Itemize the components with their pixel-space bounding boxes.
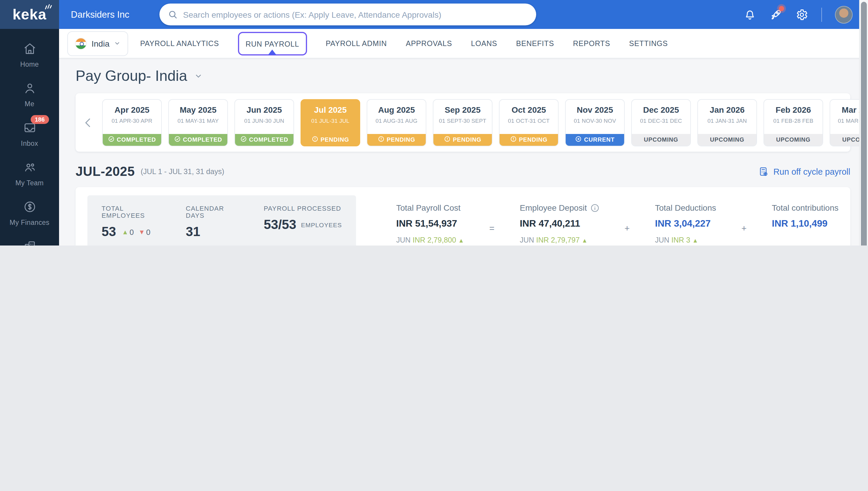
settings-gear-icon[interactable] bbox=[795, 8, 808, 21]
notification-bell-icon[interactable] bbox=[744, 8, 756, 21]
tab-settings[interactable]: SETTINGS bbox=[629, 39, 668, 48]
cost-value: INR 51,54,937 bbox=[396, 219, 464, 229]
cost-label: Total Payroll Cost bbox=[396, 203, 464, 212]
cost-total-contributions: Total contributionsINR 1,10,499 bbox=[772, 203, 838, 229]
month-range: 01 JAN-31 JAN bbox=[698, 117, 756, 124]
team-icon bbox=[23, 160, 36, 176]
month-name: Sep 2025 bbox=[433, 105, 492, 114]
month-name: Aug 2025 bbox=[367, 105, 426, 114]
month-range: 01 APR-30 APR bbox=[103, 117, 161, 124]
tab-approvals[interactable]: APPROVALS bbox=[405, 39, 452, 48]
status-alert-icon bbox=[510, 136, 517, 143]
stat-label: PAYROLL PROCESSED bbox=[264, 205, 342, 212]
sidebar-item-inbox[interactable]: Inbox186 bbox=[0, 114, 59, 153]
page-scrollbar[interactable] bbox=[859, 0, 868, 246]
info-circle-icon bbox=[590, 203, 599, 212]
month-card-feb-2026[interactable]: Feb 202601 FEB-28 FEBUPCOMING bbox=[763, 99, 823, 146]
sidebar-item-label: My Finances bbox=[10, 219, 50, 226]
month-card-jan-2026[interactable]: Jan 202601 JAN-31 JANUPCOMING bbox=[697, 99, 757, 146]
stat-label: CALENDAR DAYS bbox=[186, 205, 231, 219]
payroll-tabbar: India PAYROLL ANALYTICSRUN PAYROLLPAYROL… bbox=[59, 29, 868, 58]
cost-label: Total Deductions bbox=[655, 203, 716, 212]
equation-operator: = bbox=[464, 223, 520, 233]
calculator-icon bbox=[758, 167, 768, 177]
sidebar-item-my-finances[interactable]: My Finances bbox=[0, 193, 59, 233]
scrollbar-thumb[interactable] bbox=[861, 2, 867, 246]
month-range: 01 JUL-31 JUL bbox=[301, 117, 360, 124]
app: keka Darksiders Inc Search employees or … bbox=[0, 0, 868, 246]
status-check-icon bbox=[240, 136, 247, 143]
title-chevron-down-icon[interactable] bbox=[194, 72, 202, 80]
month-card-jul-2025[interactable]: Jul 202501 JUL-31 JULPENDING bbox=[301, 99, 360, 146]
company-name: Darksiders Inc bbox=[71, 9, 129, 20]
month-card-nov-2025[interactable]: Nov 202501 NOV-30 NOVCURRENT bbox=[565, 99, 625, 146]
sidebar-item-org[interactable]: Org bbox=[0, 233, 59, 246]
month-range: 01 JUN-30 JUN bbox=[235, 117, 293, 124]
tab-payroll-admin[interactable]: PAYROLL ADMIN bbox=[326, 39, 387, 48]
stat-value: 53/53EMPLOYEES bbox=[264, 217, 342, 233]
cost-employee-deposit: Employee DepositINR 47,40,211JUN INR 2,7… bbox=[520, 203, 599, 244]
month-status-badge: CURRENT bbox=[566, 134, 624, 145]
month-name: Nov 2025 bbox=[566, 105, 624, 114]
cost-value: INR 3,04,227 bbox=[655, 219, 716, 229]
month-range: 01 AUG-31 AUG bbox=[367, 117, 426, 124]
month-name: May 2025 bbox=[169, 105, 227, 114]
run-off-cycle-payroll-link[interactable]: Run off cycle payroll bbox=[758, 167, 850, 177]
status-arrow-icon bbox=[575, 136, 582, 143]
month-card-jun-2025[interactable]: Jun 202501 JUN-30 JUNCOMPLETED bbox=[234, 99, 294, 146]
sidebar-item-label: My Team bbox=[16, 179, 44, 186]
month-card-oct-2025[interactable]: Oct 202501 OCT-31 OCTPENDING bbox=[499, 99, 559, 146]
tab-payroll-analytics[interactable]: PAYROLL ANALYTICS bbox=[140, 39, 219, 48]
month-status-badge: UPCOMING bbox=[632, 134, 690, 145]
header-actions bbox=[744, 0, 852, 29]
tab-loans[interactable]: LOANS bbox=[471, 39, 497, 48]
whats-new-rocket-icon[interactable] bbox=[769, 8, 782, 21]
sidebar-item-label: Me bbox=[25, 100, 34, 107]
tab-reports[interactable]: REPORTS bbox=[573, 39, 610, 48]
month-status-badge: PENDING bbox=[500, 134, 558, 145]
month-range: 01 NOV-30 NOV bbox=[566, 117, 624, 124]
status-alert-icon bbox=[312, 136, 318, 143]
sidebar-item-label: Home bbox=[20, 60, 39, 67]
month-status-badge: COMPLETED bbox=[103, 134, 161, 145]
month-status-badge: PENDING bbox=[301, 134, 360, 145]
inbox-badge: 186 bbox=[31, 115, 49, 124]
active-tab-indicator[interactable]: RUN PAYROLL bbox=[238, 32, 307, 55]
status-alert-icon bbox=[378, 136, 384, 143]
cost-total-deductions: Total DeductionsINR 3,04,227JUN INR 3 ▲ bbox=[655, 203, 716, 244]
month-status-badge: PENDING bbox=[367, 134, 426, 145]
carousel-prev-icon[interactable] bbox=[82, 116, 94, 129]
equation-operator: + bbox=[599, 223, 655, 233]
month-card-apr-2025[interactable]: Apr 202501 APR-30 APRCOMPLETED bbox=[102, 99, 162, 146]
month-card-dec-2025[interactable]: Dec 202501 DEC-31 DECUPCOMING bbox=[631, 99, 691, 146]
sidebar-item-my-team[interactable]: My Team bbox=[0, 153, 59, 193]
notification-dot bbox=[779, 6, 784, 11]
sidebar-item-me[interactable]: Me bbox=[0, 74, 59, 114]
previous-month-value: JUN INR 2,79,797 ▲ bbox=[520, 236, 599, 244]
sidebar-item-home[interactable]: Home bbox=[0, 35, 59, 74]
status-check-icon bbox=[174, 136, 181, 143]
month-card-aug-2025[interactable]: Aug 202501 AUG-31 AUGPENDING bbox=[367, 99, 426, 146]
month-status-badge: COMPLETED bbox=[169, 134, 227, 145]
month-range: 01 OCT-31 OCT bbox=[500, 117, 558, 124]
month-name: Jun 2025 bbox=[235, 105, 293, 114]
tab-run-payroll[interactable]: RUN PAYROLL bbox=[246, 40, 299, 48]
keka-logo[interactable]: keka bbox=[0, 0, 59, 29]
month-name: Dec 2025 bbox=[632, 105, 690, 114]
tab-benefits[interactable]: BENEFITS bbox=[516, 39, 554, 48]
status-check-icon bbox=[108, 136, 115, 143]
global-search-input[interactable]: Search employees or actions (Ex: Apply L… bbox=[160, 3, 536, 25]
page-title: Pay Group- India bbox=[76, 67, 187, 84]
region-selector[interactable]: India bbox=[67, 31, 129, 56]
month-carousel: Apr 202501 APR-30 APRCOMPLETEDMay 202501… bbox=[76, 93, 850, 152]
logo-text: keka bbox=[12, 6, 46, 22]
month-range: 01 SEPT-30 SEPT bbox=[433, 117, 492, 124]
tabs: PAYROLL ANALYTICSRUN PAYROLLPAYROLL ADMI… bbox=[140, 32, 668, 55]
user-icon bbox=[23, 81, 36, 97]
month-status-badge: UPCOMING bbox=[764, 134, 822, 145]
month-card-sep-2025[interactable]: Sep 202501 SEPT-30 SEPTPENDING bbox=[433, 99, 493, 146]
month-card-may-2025[interactable]: May 202501 MAY-31 MAYCOMPLETED bbox=[168, 99, 228, 146]
month-name: Jul 2025 bbox=[301, 105, 360, 114]
logo-sparks-icon bbox=[43, 2, 53, 11]
user-avatar[interactable] bbox=[835, 6, 852, 23]
